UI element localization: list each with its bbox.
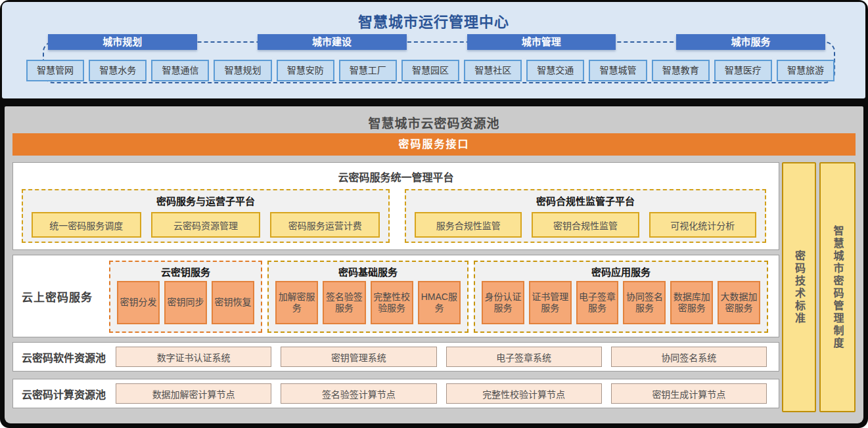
service-box: 大数据加密服务 — [718, 281, 760, 324]
management-platform-title: 云密码服务统一管理平台 — [13, 169, 779, 184]
app-box: 智慧旅游 — [777, 60, 834, 81]
service-box: 数据库加密服务 — [670, 281, 713, 324]
management-subpanel-row: 密码服务与运营子平台 统一密码服务调度 云密码资源管理 密码服务运营计费 密码合… — [22, 189, 766, 243]
function-box: 密码服务运营计费 — [270, 212, 380, 238]
service-box: 身份认证服务 — [482, 281, 524, 324]
crypto-application-service-group: 密码应用服务 身份认证服务 证书管理服务 电子签章服务 协同签名服务 数据库加密… — [474, 261, 768, 333]
crypto-pool-panel: 智慧城市云密码资源池 密码服务接口 云密码服务统一管理平台 密码服务与运营子平台… — [5, 106, 863, 423]
group-title: 密码应用服务 — [475, 265, 767, 278]
city-center-title: 智慧城市运行管理中心 — [2, 10, 865, 31]
crypto-pool-title: 智慧城市云密码资源池 — [5, 114, 863, 131]
service-box: 证书管理服务 — [529, 281, 572, 324]
system-box: 密钥管理系统 — [281, 347, 436, 367]
service-box: 密钥同步 — [164, 281, 207, 324]
software-pool-items: 数字证书认证系统 密钥管理系统 电子签章系统 协同签名系统 — [116, 347, 767, 367]
category-row: 城市规划 城市建设 城市管理 城市服务 — [48, 34, 825, 50]
app-box: 智慧管网 — [26, 60, 84, 81]
compute-pool-label: 云密码计算资源池 — [22, 379, 106, 408]
crypto-management-regulation-bar: 智慧城市密码管理制度 — [819, 162, 856, 412]
app-box: 智慧教育 — [652, 60, 710, 81]
subplatform-title: 密码合规性监管子平台 — [406, 194, 765, 207]
software-pool-panel: 云密码软件资源池 数字证书认证系统 密钥管理系统 电子签章系统 协同签名系统 — [12, 342, 779, 372]
category-header: 城市服务 — [676, 34, 825, 50]
management-platform-panel: 云密码服务统一管理平台 密码服务与运营子平台 统一密码服务调度 云密码资源管理 … — [12, 162, 779, 250]
service-box: HMAC服务 — [418, 281, 461, 324]
smart-city-diagram: 智慧城市运行管理中心 城市规划 城市建设 城市管理 城市服务 智慧管网 智慧水务… — [0, 0, 868, 428]
service-box: 加解密服务 — [275, 281, 318, 324]
group-title: 密码基础服务 — [269, 265, 467, 278]
group-items: 加解密服务 签名验签服务 完整性校验服务 HMAC服务 — [275, 281, 461, 324]
compute-node-box: 数据加解密计算节点 — [116, 383, 271, 404]
compute-node-box: 完整性校验计算节点 — [446, 383, 602, 404]
app-box: 智慧城管 — [589, 60, 647, 81]
app-row: 智慧管网 智慧水务 智慧通信 智慧规划 智慧安防 智慧工厂 智慧园区 智慧社区 … — [26, 60, 834, 81]
cloud-crypto-services-panel: 云上密码服务 云密钥服务 密钥分发 密钥同步 密钥恢复 密码基础服务 加解密服 — [12, 255, 779, 337]
service-operation-subplatform: 密码服务与运营子平台 统一密码服务调度 云密码资源管理 密码服务运营计费 — [22, 189, 390, 243]
system-box: 电子签章系统 — [446, 347, 602, 367]
app-box: 智慧交通 — [526, 60, 584, 81]
compliance-supervision-subplatform: 密码合规性监管子平台 服务合规性监管 密钥合规性监管 可视化统计分析 — [405, 189, 766, 243]
function-box: 可视化统计分析 — [649, 212, 756, 238]
service-box: 电子签章服务 — [576, 281, 619, 324]
app-box: 智慧医疗 — [714, 60, 772, 81]
function-box: 云密码资源管理 — [151, 212, 261, 238]
category-header: 城市规划 — [48, 34, 197, 50]
app-box: 智慧水务 — [89, 60, 147, 81]
crypto-tech-standard-bar: 密码技术标准 — [782, 162, 816, 412]
service-box: 完整性校验服务 — [371, 281, 413, 324]
compute-node-box: 签名验签计算节点 — [281, 383, 436, 404]
software-pool-label: 云密码软件资源池 — [22, 343, 106, 371]
category-header: 城市建设 — [258, 34, 407, 50]
group-title: 云密钥服务 — [110, 265, 261, 278]
app-box: 智慧工厂 — [339, 60, 397, 81]
city-center-panel: 智慧城市运行管理中心 城市规划 城市建设 城市管理 城市服务 智慧管网 智慧水务… — [2, 2, 865, 98]
cloud-key-service-group: 云密钥服务 密钥分发 密钥同步 密钥恢复 — [109, 261, 262, 333]
service-groups: 云密钥服务 密钥分发 密钥同步 密钥恢复 密码基础服务 加解密服务 签名验签服务… — [109, 261, 768, 333]
group-items: 密钥分发 密钥同步 密钥恢复 — [117, 281, 254, 324]
service-box: 密钥分发 — [117, 281, 160, 324]
function-box: 统一密码服务调度 — [32, 212, 141, 238]
compute-pool-panel: 云密码计算资源池 数据加解密计算节点 签名验签计算节点 完整性校验计算节点 密钥… — [12, 379, 779, 408]
function-box: 服务合规性监管 — [415, 212, 522, 238]
service-box: 协同签名服务 — [623, 281, 666, 324]
subplatform-title: 密码服务与运营子平台 — [23, 194, 388, 207]
crypto-service-interface-bar: 密码服务接口 — [12, 133, 856, 156]
cloud-crypto-services-label: 云上密码服务 — [22, 255, 108, 337]
service-box: 签名验签服务 — [323, 281, 365, 324]
group-items: 身份认证服务 证书管理服务 电子签章服务 协同签名服务 数据库加密服务 大数据加… — [482, 281, 760, 324]
system-box: 协同签名系统 — [611, 347, 767, 367]
basic-crypto-service-group: 密码基础服务 加解密服务 签名验签服务 完整性校验服务 HMAC服务 — [267, 261, 468, 333]
system-box: 数字证书认证系统 — [116, 347, 271, 367]
app-box: 智慧通信 — [151, 60, 209, 81]
subplatform-items: 服务合规性监管 密钥合规性监管 可视化统计分析 — [415, 212, 756, 238]
subplatform-items: 统一密码服务调度 云密码资源管理 密码服务运营计费 — [32, 212, 380, 238]
pool-content: 云密码服务统一管理平台 密码服务与运营子平台 统一密码服务调度 云密码资源管理 … — [12, 162, 856, 414]
compute-pool-items: 数据加解密计算节点 签名验签计算节点 完整性校验计算节点 密钥生成计算节点 — [116, 383, 767, 404]
function-box: 密钥合规性监管 — [532, 212, 639, 238]
category-header: 城市管理 — [467, 34, 616, 50]
app-box: 智慧规划 — [214, 60, 271, 81]
service-box: 密钥恢复 — [212, 281, 254, 324]
app-box: 智慧安防 — [277, 60, 334, 81]
compute-node-box: 密钥生成计算节点 — [611, 383, 767, 404]
app-box: 智慧社区 — [464, 60, 522, 81]
app-box: 智慧园区 — [401, 60, 459, 81]
